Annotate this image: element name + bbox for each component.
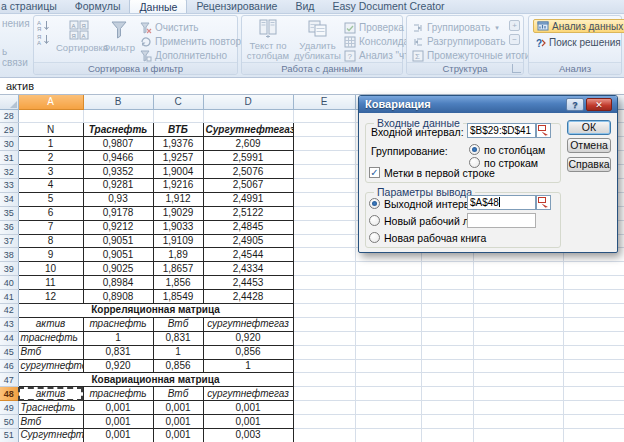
cell-E44[interactable] (293, 331, 355, 345)
cell-C44[interactable]: 0,831 (153, 331, 203, 345)
ok-button[interactable]: ОК (567, 120, 611, 135)
row-header-37[interactable]: 37 (0, 234, 18, 248)
outline-dialog-launcher-icon[interactable] (512, 64, 521, 73)
cell-G47[interactable] (421, 373, 473, 387)
cell-A44[interactable]: траснефть (18, 331, 83, 345)
select-all-corner[interactable] (0, 95, 18, 109)
cell-G41[interactable] (421, 290, 473, 304)
cell-B32[interactable]: 0,9352 (83, 165, 153, 179)
row-header-30[interactable]: 30 (0, 137, 18, 151)
cell-B44[interactable]: 1 (83, 331, 153, 345)
cell-B30[interactable]: 0,9807 (83, 137, 153, 151)
tab-данные[interactable]: Данные (129, 0, 187, 13)
input-range-field[interactable]: $B$29:$D$41 (467, 123, 536, 138)
radio-by-columns[interactable] (469, 144, 480, 155)
tab-easy-document-creator[interactable]: Easy Document Creator (323, 0, 453, 13)
row-header-43[interactable]: 43 (0, 317, 18, 331)
cell-H39[interactable] (473, 262, 563, 276)
cell-B41[interactable]: 0,8908 (83, 290, 153, 304)
ungroup-rows-button[interactable]: Разгруппировать (412, 35, 514, 48)
cell-F49[interactable] (355, 401, 421, 415)
cell-I44[interactable] (563, 331, 624, 345)
cell-E35[interactable] (293, 206, 355, 220)
cell-E28[interactable] (293, 109, 355, 123)
cell-I42[interactable] (563, 303, 624, 317)
output-range-field[interactable]: $A$48 (467, 195, 536, 210)
cell-E50[interactable] (293, 415, 355, 429)
cell-C39[interactable]: 1,8657 (153, 262, 203, 276)
subtotal-button[interactable]: Σ Промежуточные итоги (412, 49, 530, 62)
labels-first-row-checkbox[interactable]: ✓ (369, 167, 380, 178)
cell-E34[interactable] (293, 192, 355, 206)
tab-рецензирование[interactable]: Рецензирование (187, 0, 286, 13)
cell-G42[interactable] (421, 303, 473, 317)
cell-C49[interactable]: 0,001 (153, 401, 203, 415)
help-button[interactable]: Справка (567, 157, 611, 172)
cell-C30[interactable]: 1,9376 (153, 137, 203, 151)
cell-A28[interactable] (18, 109, 83, 123)
cell-F44[interactable] (355, 331, 421, 345)
cell-E36[interactable] (293, 220, 355, 234)
row-header-29[interactable]: 29 (0, 123, 18, 137)
cell-H47[interactable] (473, 373, 563, 387)
cell-A41[interactable]: 12 (18, 290, 83, 304)
cell-I46[interactable] (563, 359, 624, 373)
cell-C48[interactable]: Втб (153, 387, 203, 401)
cell-D49[interactable]: 0,001 (203, 401, 293, 415)
cell-G39[interactable] (421, 262, 473, 276)
cell-D29[interactable]: Сургутнефтегаз (203, 123, 293, 137)
cell-B33[interactable]: 0,9281 (83, 178, 153, 192)
cell-I49[interactable] (563, 401, 624, 415)
cell-E45[interactable] (293, 345, 355, 359)
cell-D44[interactable]: 0,920 (203, 331, 293, 345)
cell-B38[interactable]: 0,9051 (83, 248, 153, 262)
cell-D46[interactable]: 1 (203, 359, 293, 373)
row-header-44[interactable]: 44 (0, 331, 18, 345)
cell-A33[interactable]: 4 (18, 178, 83, 192)
input-range-picker-button[interactable] (536, 123, 551, 138)
cell-G50[interactable] (421, 415, 473, 429)
cell-C45[interactable]: 1 (153, 345, 203, 359)
cell-F39[interactable] (355, 262, 421, 276)
reapply-button[interactable]: Применить повторно (140, 35, 252, 48)
col-header-C[interactable]: C (153, 95, 203, 109)
cell-G49[interactable] (421, 401, 473, 415)
cell-F45[interactable] (355, 345, 421, 359)
cell-G51[interactable] (421, 428, 473, 442)
tab-а-страницы[interactable]: а страницы (0, 0, 66, 13)
cell-C46[interactable]: 0,856 (153, 359, 203, 373)
cell-A39[interactable]: 10 (18, 262, 83, 276)
cell-G44[interactable] (421, 331, 473, 345)
cell-C33[interactable]: 1,9216 (153, 178, 203, 192)
cell-B48[interactable]: траснефть (83, 387, 153, 401)
radio-output-range[interactable] (369, 198, 380, 209)
col-header-A[interactable]: A (18, 95, 83, 109)
cell-D33[interactable]: 2,5067 (203, 178, 293, 192)
row-header-45[interactable]: 45 (0, 345, 18, 359)
cell-D51[interactable]: 0,003 (203, 428, 293, 442)
cell-B29[interactable]: Траснефть (83, 123, 153, 137)
cell-H51[interactable] (473, 428, 563, 442)
cell-I39[interactable] (563, 262, 624, 276)
cell-D28[interactable] (203, 109, 293, 123)
cell-F41[interactable] (355, 290, 421, 304)
cell-A51[interactable]: Сургутнефтегаз (18, 428, 83, 442)
cell-B45[interactable]: 0,831 (83, 345, 153, 359)
cell-F50[interactable] (355, 415, 421, 429)
cell-E47[interactable] (293, 373, 355, 387)
cell-A29[interactable]: N (18, 123, 83, 137)
tab-вид[interactable]: Вид (286, 0, 323, 13)
cell-A45[interactable]: Втб (18, 345, 83, 359)
formula-bar[interactable]: актив (0, 78, 624, 95)
cell-C34[interactable]: 1,912 (153, 192, 203, 206)
cell-D38[interactable]: 2,4544 (203, 248, 293, 262)
cell-E37[interactable] (293, 234, 355, 248)
cell-E42[interactable] (293, 303, 355, 317)
cell-F48[interactable] (355, 387, 421, 401)
cell-C28[interactable] (153, 109, 203, 123)
cell-B40[interactable]: 0,8984 (83, 276, 153, 290)
cell-D34[interactable]: 2,4991 (203, 192, 293, 206)
cell-E41[interactable] (293, 290, 355, 304)
cell-I41[interactable] (563, 290, 624, 304)
cell-H48[interactable] (473, 387, 563, 401)
